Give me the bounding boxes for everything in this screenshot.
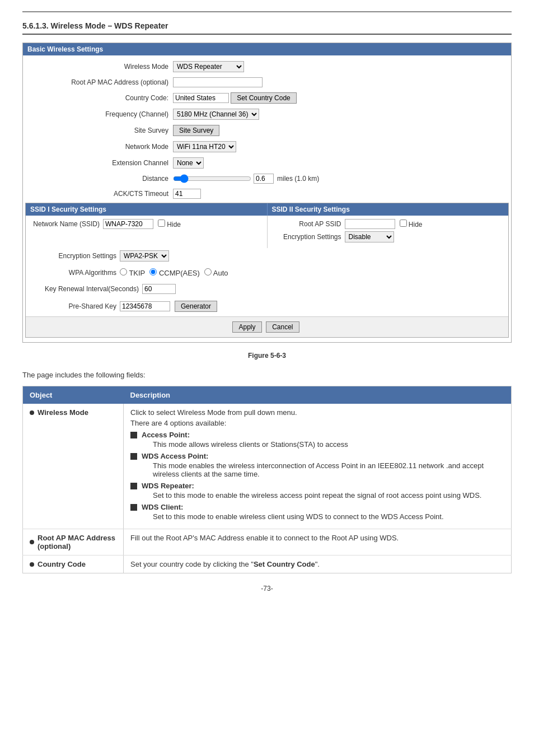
basic-wireless-header: Basic Wireless Settings xyxy=(23,43,511,55)
root-ap-mac-row: Root AP MAC Address (optional) xyxy=(25,76,509,88)
ssid-ii-enc-select[interactable]: Disable WPA2-PSK xyxy=(345,231,394,242)
ssid-i-enc-row: Encryption Settings WPA2-PSK Disable WEP xyxy=(26,248,508,266)
table-header-description: Description xyxy=(124,386,512,404)
key-renewal-inner-row: Key Renewal Interval(Seconds) xyxy=(30,284,504,294)
wm-desc-2: There are 4 options available: xyxy=(130,419,504,427)
ssid-i-enc-select[interactable]: WPA2-PSK Disable WEP xyxy=(120,250,169,262)
config-inner: Wireless Mode WDS Repeater Access Point … xyxy=(23,55,511,342)
config-box: Basic Wireless Settings Wireless Mode WD… xyxy=(22,43,512,343)
wpa-tkip-radio[interactable] xyxy=(120,268,127,276)
ssid-i-name-label: Network Name (SSID) xyxy=(30,220,103,228)
ack-control xyxy=(173,189,201,199)
table-row: Root AP MAC Address(optional) Fill out t… xyxy=(23,529,512,556)
country-code-label: Country Code: xyxy=(27,94,173,102)
country-code-control: Set Country Code xyxy=(173,92,299,104)
table-cell-root-ap-desc: Fill out the Root AP's MAC Address enabl… xyxy=(124,529,512,556)
ssid-i-header: SSID I Security Settings xyxy=(26,203,268,216)
ssid-i-col: Network Name (SSID) Hide xyxy=(26,216,268,248)
wm-wds-rep-detail: Set to this mode to enable the wireless … xyxy=(142,491,504,500)
table-cell-object: Wireless Mode xyxy=(23,404,124,529)
wpa-alg-row: WPA Algorithms TKIP CCMP(AES) Auto xyxy=(26,266,508,282)
frequency-control: 5180 MHz (Channel 36) xyxy=(173,109,259,120)
pre-shared-inner-row: Pre-Shared Key Generator xyxy=(30,301,504,312)
key-renewal-input[interactable] xyxy=(142,284,176,294)
bullet-sq-2 xyxy=(130,453,137,460)
bullet-sq-1 xyxy=(130,432,137,438)
ssid-header-row: SSID I Security Settings SSID II Securit… xyxy=(26,203,508,216)
distance-slider[interactable] xyxy=(173,174,251,183)
ssid-i-name-row: Network Name (SSID) Hide xyxy=(30,219,263,229)
ssid-ii-hide-label: Hide xyxy=(400,220,423,228)
wm-desc-1: Click to select Wireless Mode from pull … xyxy=(130,408,504,417)
ssid-i-hide-checkbox[interactable] xyxy=(158,220,165,227)
apply-button[interactable]: Apply xyxy=(232,321,261,333)
wpa-ccmp-radio[interactable] xyxy=(149,268,157,276)
distance-label: Distance xyxy=(27,175,173,183)
table-row: Country Code Set your country code by cl… xyxy=(23,556,512,573)
ssid-ii-col: Root AP SSID Hide Encryption Settings Di… xyxy=(268,216,509,248)
figure-caption: Figure 5-6-3 xyxy=(22,352,512,360)
distance-input[interactable] xyxy=(254,174,274,184)
wireless-mode-row: Wireless Mode WDS Repeater Access Point … xyxy=(25,60,509,73)
country-obj-label: Country Code xyxy=(38,560,86,568)
ack-label: ACK/CTS Timeout xyxy=(27,190,173,198)
wm-wds-client-content: WDS Client: Set to this mode to enable w… xyxy=(142,503,504,521)
ssid-i-enc-select-row: Encryption Settings WPA2-PSK Disable WEP xyxy=(30,250,504,262)
ssid-columns: Network Name (SSID) Hide Root AP SSID Hi… xyxy=(26,216,508,248)
set-country-code-ref: Set Country Code xyxy=(254,560,315,568)
set-country-code-button[interactable]: Set Country Code xyxy=(231,92,296,104)
ssid-ii-hide-checkbox[interactable] xyxy=(400,220,407,227)
network-mode-row: Network Mode WiFi 11na HT20 xyxy=(25,140,509,153)
network-mode-select[interactable]: WiFi 11na HT20 xyxy=(173,141,236,152)
distance-row: Distance miles (1.0 km) xyxy=(25,172,509,185)
site-survey-row: Site Survey Site Survey xyxy=(25,124,509,137)
wm-wds-ap-content: WDS Access Point: This mode enables the … xyxy=(142,452,504,478)
root-ap-obj: Root AP MAC Address(optional) xyxy=(30,534,116,550)
table-cell-desc-wireless: Click to select Wireless Mode from pull … xyxy=(124,404,512,529)
bullet-sq-4 xyxy=(130,504,137,511)
wpa-radio-group: TKIP CCMP(AES) Auto xyxy=(120,268,228,277)
network-mode-label: Network Mode xyxy=(27,143,173,151)
wireless-mode-control: WDS Repeater Access Point WDS Access Poi… xyxy=(173,61,244,72)
site-survey-control: Site Survey xyxy=(173,125,222,136)
top-border xyxy=(22,11,512,12)
pre-shared-input[interactable] xyxy=(120,301,170,311)
wm-wds-rep-term: WDS Repeater: xyxy=(142,482,194,490)
root-ap-mac-label: Root AP MAC Address (optional) xyxy=(27,78,173,86)
ssid-combined: SSID I Security Settings SSID II Securit… xyxy=(25,203,509,338)
distance-control: miles (1.0 km) xyxy=(173,174,319,184)
wm-wds-client-detail: Set to this mode to enable wireless clie… xyxy=(142,512,504,521)
country-code-input[interactable] xyxy=(173,93,229,103)
generator-button[interactable]: Generator xyxy=(175,301,217,312)
ack-input[interactable] xyxy=(173,189,201,199)
wpa-alg-inner-row: WPA Algorithms TKIP CCMP(AES) Auto xyxy=(30,268,504,277)
ssid-i-name-input[interactable] xyxy=(103,219,153,229)
wpa-auto-label: Auto xyxy=(204,268,228,277)
wireless-mode-select[interactable]: WDS Repeater Access Point WDS Access Poi… xyxy=(173,61,244,72)
wm-wds-rep-content: WDS Repeater: Set to this mode to enable… xyxy=(142,482,504,500)
table-cell-root-ap: Root AP MAC Address(optional) xyxy=(23,529,124,556)
table-row: Wireless Mode Click to select Wireless M… xyxy=(23,404,512,529)
wm-ap-detail: This mode allows wireless clients or Sta… xyxy=(142,440,504,449)
network-mode-control: WiFi 11na HT20 xyxy=(173,141,236,152)
wm-ap-term: Access Point: xyxy=(142,431,190,439)
wm-wds-ap-bullet: WDS Access Point: This mode enables the … xyxy=(130,452,504,478)
wpa-auto-radio[interactable] xyxy=(204,268,212,276)
table-cell-country-desc: Set your country code by clicking the "S… xyxy=(124,556,512,573)
wm-ap-content: Access Point: This mode allows wireless … xyxy=(142,431,504,449)
cancel-button[interactable]: Cancel xyxy=(266,321,299,333)
root-ap-mac-input[interactable] xyxy=(173,77,263,87)
country-obj: Country Code xyxy=(30,560,116,568)
frequency-select[interactable]: 5180 MHz (Channel 36) xyxy=(173,109,259,120)
ssid-ii-ap-ssid-row: Root AP SSID Hide xyxy=(272,219,504,229)
wireless-mode-obj-label: Wireless Mode xyxy=(38,408,88,417)
key-renewal-label: Key Renewal Interval(Seconds) xyxy=(30,285,142,293)
root-ap-obj-label: Root AP MAC Address(optional) xyxy=(38,534,115,550)
bullet-dot-3 xyxy=(30,562,34,567)
ssid-ii-ap-input[interactable] xyxy=(345,219,395,229)
extension-channel-select[interactable]: None xyxy=(173,157,204,169)
wireless-mode-label: Wireless Mode xyxy=(27,63,173,71)
section-title: 5.6.1.3. Wireless Mode – WDS Repeater xyxy=(22,21,512,35)
site-survey-button[interactable]: Site Survey xyxy=(173,125,219,136)
ssid-ii-enc-row: Encryption Settings Disable WPA2-PSK xyxy=(272,231,504,242)
